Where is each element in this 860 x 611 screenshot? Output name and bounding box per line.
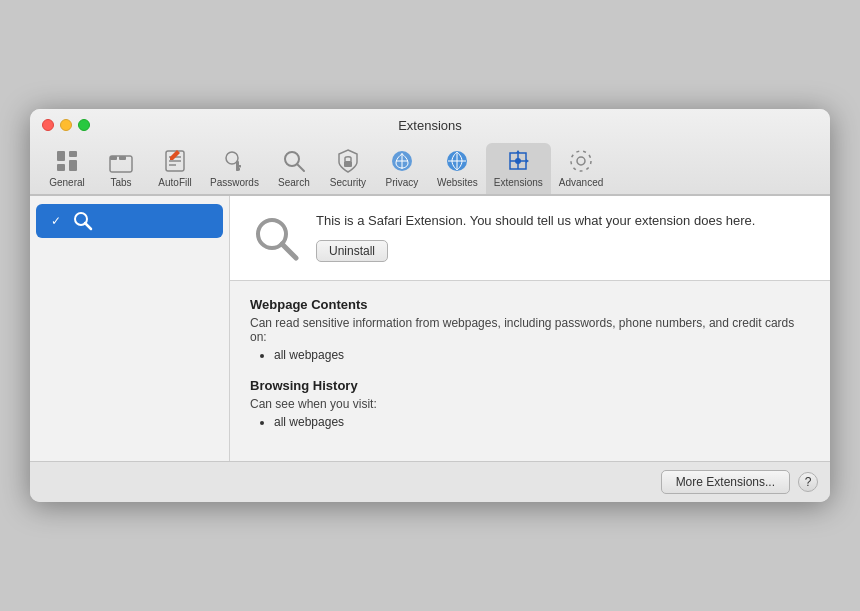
tabs-icon <box>107 147 135 175</box>
close-button[interactable] <box>42 119 54 131</box>
advanced-icon <box>567 147 595 175</box>
uninstall-button[interactable]: Uninstall <box>316 240 388 262</box>
extensions-label: Extensions <box>494 177 543 188</box>
minimize-button[interactable] <box>60 119 72 131</box>
websites-label: Websites <box>437 177 478 188</box>
passwords-label: Passwords <box>210 177 259 188</box>
sidebar-item-search-ext[interactable]: ✓ <box>36 204 223 238</box>
toolbar-item-privacy[interactable]: Privacy <box>375 143 429 194</box>
svg-rect-13 <box>236 165 241 168</box>
svg-rect-17 <box>344 161 352 167</box>
svg-rect-5 <box>110 156 117 160</box>
titlebar-top: Extensions <box>30 119 830 139</box>
safari-extensions-window: Extensions General <box>30 109 830 502</box>
toolbar-item-advanced[interactable]: Advanced <box>551 143 611 194</box>
svg-rect-3 <box>69 160 77 171</box>
browsing-history-title: Browsing History <box>250 378 810 393</box>
tabs-label: Tabs <box>110 177 131 188</box>
security-icon <box>334 147 362 175</box>
svg-rect-1 <box>69 151 77 157</box>
more-extensions-button[interactable]: More Extensions... <box>661 470 790 494</box>
autofill-label: AutoFill <box>158 177 191 188</box>
footer: More Extensions... ? <box>30 461 830 502</box>
svg-line-16 <box>297 164 304 171</box>
extension-big-icon <box>250 212 302 264</box>
extension-description-text: This is a Safari Extension. You should t… <box>316 212 810 230</box>
svg-point-26 <box>571 151 591 171</box>
maximize-button[interactable] <box>78 119 90 131</box>
toolbar-item-general[interactable]: General <box>40 143 94 194</box>
help-button[interactable]: ? <box>798 472 818 492</box>
browsing-history-section: Browsing History Can see when you visit:… <box>250 378 810 429</box>
sidebar: ✓ <box>30 196 230 461</box>
titlebar: Extensions General <box>30 109 830 195</box>
security-label: Security <box>330 177 366 188</box>
webpage-contents-section: Webpage Contents Can read sensitive info… <box>250 297 810 362</box>
toolbar-item-extensions[interactable]: Extensions <box>486 143 551 194</box>
toolbar-item-security[interactable]: Security <box>321 143 375 194</box>
browsing-history-desc: Can see when you visit: <box>250 397 810 411</box>
websites-icon <box>443 147 471 175</box>
search-label: Search <box>278 177 310 188</box>
svg-rect-2 <box>57 164 65 171</box>
toolbar-item-autofill[interactable]: AutoFill <box>148 143 202 194</box>
toolbar-item-tabs[interactable]: Tabs <box>94 143 148 194</box>
general-icon <box>53 147 81 175</box>
webpage-contents-desc: Can read sensitive information from webp… <box>250 316 810 344</box>
autofill-icon <box>161 147 189 175</box>
webpage-contents-title: Webpage Contents <box>250 297 810 312</box>
toolbar-item-passwords[interactable]: Passwords <box>202 143 267 194</box>
permissions-area: Webpage Contents Can read sensitive info… <box>230 281 830 461</box>
toolbar: General Tabs <box>30 139 830 194</box>
toolbar-item-websites[interactable]: Websites <box>429 143 486 194</box>
window-title: Extensions <box>398 118 462 133</box>
extension-description: This is a Safari Extension. You should t… <box>316 212 810 262</box>
toolbar-item-search[interactable]: Search <box>267 143 321 194</box>
svg-rect-6 <box>119 156 126 160</box>
passwords-icon <box>220 147 248 175</box>
sidebar-ext-icon <box>72 210 94 232</box>
window-controls <box>42 119 90 131</box>
svg-line-28 <box>85 223 91 229</box>
extension-info: This is a Safari Extension. You should t… <box>230 196 830 281</box>
content-area: ✓ MALWARETIPS <box>30 195 830 461</box>
svg-point-25 <box>577 157 585 165</box>
webpage-contents-list: all webpages <box>274 348 810 362</box>
webpage-contents-item: all webpages <box>274 348 810 362</box>
general-label: General <box>49 177 85 188</box>
privacy-label: Privacy <box>386 177 419 188</box>
advanced-label: Advanced <box>559 177 603 188</box>
search-icon <box>280 147 308 175</box>
check-icon: ✓ <box>48 213 64 229</box>
main-panel: MALWARETIPS This is a Safari Extension. … <box>230 196 830 461</box>
svg-line-30 <box>282 244 296 258</box>
browsing-history-list: all webpages <box>274 415 810 429</box>
privacy-icon <box>388 147 416 175</box>
svg-point-24 <box>515 158 521 164</box>
browsing-history-item: all webpages <box>274 415 810 429</box>
svg-rect-0 <box>57 151 65 161</box>
extensions-icon <box>504 147 532 175</box>
svg-rect-14 <box>236 168 240 171</box>
